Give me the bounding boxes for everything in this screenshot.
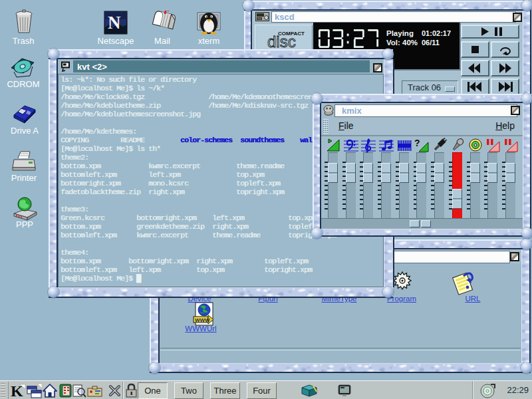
svg-text:disc: disc — [267, 33, 296, 49]
svg-text:N: N — [108, 13, 121, 33]
svg-text:?: ? — [414, 138, 420, 148]
svg-text:WWW: WWW — [195, 317, 210, 323]
